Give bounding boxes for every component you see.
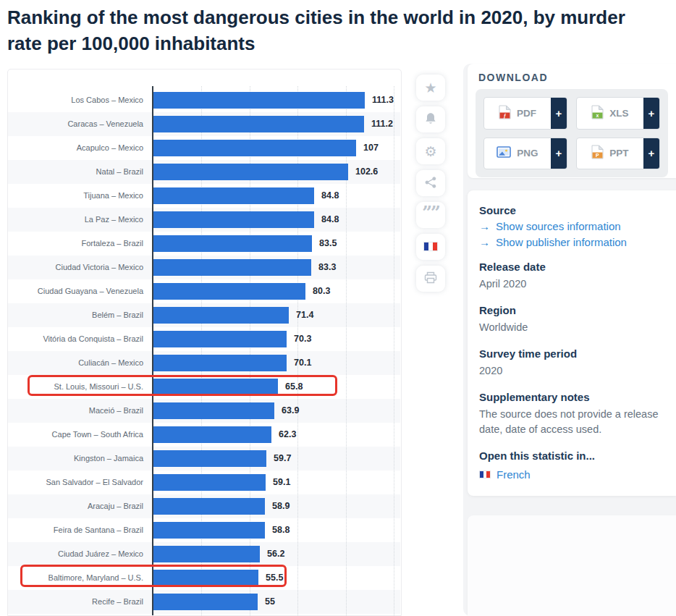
chart-row: Cape Town – South Africa62.3: [8, 423, 400, 447]
chart-bar[interactable]: [153, 570, 258, 586]
chart-row: San Salvador – El Salvador59.1: [8, 471, 400, 494]
chart-row: St. Louis, Missouri – U.S.65.8: [8, 375, 400, 399]
source-link-label: Show sources information: [496, 220, 621, 232]
svg-text:P: P: [596, 153, 599, 158]
chart-bar[interactable]: [153, 522, 265, 539]
chart-bar[interactable]: [153, 92, 365, 109]
bar-track: 80.3: [152, 279, 400, 303]
category-label: Feira de Santana – Brazil: [8, 518, 152, 542]
value-label: 63.9: [282, 399, 299, 423]
download-ppt-button[interactable]: PPPT+: [576, 138, 660, 170]
bar-track: 83.3: [152, 256, 400, 279]
download-buttons: ƒPDF+xXLS+PNG+PPPT+: [476, 89, 668, 177]
print-button[interactable]: [416, 266, 445, 292]
png-image-icon: [497, 146, 511, 160]
chart-bar[interactable]: [153, 140, 356, 156]
bar-track: 59.1: [152, 471, 400, 494]
value-label: 83.3: [318, 256, 336, 279]
chart-bar[interactable]: [153, 283, 305, 300]
source-link-label: Show publisher information: [496, 236, 627, 248]
chart-bar[interactable]: [153, 187, 314, 204]
download-pdf-button[interactable]: ƒPDF+: [483, 97, 567, 130]
chart-bar[interactable]: [153, 331, 287, 347]
chart-bar[interactable]: [153, 402, 274, 419]
chart-bar[interactable]: [153, 116, 364, 132]
bar-track: 58.9: [152, 494, 400, 518]
category-label: Ciudad Victoria – Mexico: [8, 256, 152, 279]
chart-bar[interactable]: [153, 355, 287, 371]
release-date-value: April 2020: [479, 277, 663, 292]
chart-bar[interactable]: [153, 546, 260, 562]
region-value: Worldwide: [479, 320, 663, 335]
xls-file-icon: x: [591, 105, 604, 122]
chart-row: Feira de Santana – Brazil58.8: [8, 518, 400, 542]
chart-row: Ciudad Victoria – Mexico83.3: [8, 256, 400, 279]
french-version-link[interactable]: French: [479, 468, 663, 481]
cite-button[interactable]: ””: [416, 202, 445, 228]
category-label: Vitória da Conquista – Brazil: [8, 327, 152, 351]
add-to-download-plus[interactable]: +: [643, 138, 659, 169]
french-version-button[interactable]: [416, 234, 445, 260]
value-label: 58.9: [272, 494, 290, 518]
add-to-download-plus[interactable]: +: [551, 98, 567, 129]
bar-track: 107: [152, 136, 400, 160]
french-version-label: French: [497, 468, 531, 481]
bar-track: 111.3: [152, 88, 400, 112]
page-title: Ranking of the most dangerous cities in …: [7, 4, 664, 56]
bar-track: 83.5: [152, 232, 400, 256]
chart-bar[interactable]: [153, 307, 289, 324]
bar-track: 84.8: [152, 184, 400, 208]
chart-bar[interactable]: [153, 259, 311, 276]
category-label: Ciudad Juárez – Mexico: [8, 542, 152, 566]
show-sources-link[interactable]: →Show sources information: [479, 220, 663, 232]
show-publisher-link[interactable]: →Show publisher information: [479, 236, 663, 248]
chart-bar[interactable]: [153, 498, 265, 515]
svg-text:x: x: [596, 113, 599, 118]
share-button[interactable]: [416, 170, 445, 196]
category-label: Recife – Brazil: [8, 590, 152, 614]
bar-track: 56.2: [152, 542, 400, 566]
download-png-button[interactable]: PNG+: [483, 138, 567, 170]
supplementary-notes-heading: Supplementary notes: [479, 391, 663, 403]
chart-row: Vitória da Conquista – Brazil70.3: [8, 327, 400, 351]
download-xls-button[interactable]: xXLS+: [576, 97, 660, 130]
value-label: 55: [265, 590, 275, 614]
quote-icon: ””: [422, 209, 439, 221]
notifications-button[interactable]: [416, 106, 445, 132]
value-label: 70.1: [294, 351, 311, 375]
category-label: Belém – Brazil: [8, 303, 152, 327]
chart-row: Ciudad Juárez – Mexico56.2: [8, 542, 400, 566]
chart-bar[interactable]: [153, 426, 271, 443]
value-label: 59.7: [274, 447, 291, 471]
add-to-download-plus[interactable]: +: [551, 138, 567, 169]
chart-bar[interactable]: [153, 235, 312, 252]
settings-button[interactable]: ⚙: [416, 138, 445, 164]
value-label: 62.3: [279, 423, 296, 447]
category-label: San Salvador – El Salvador: [8, 471, 152, 494]
region-heading: Region: [479, 304, 663, 316]
chart-bar[interactable]: [153, 164, 348, 180]
add-to-download-plus[interactable]: +: [643, 98, 659, 129]
bar-track: 65.8: [152, 375, 400, 399]
category-label: Natal – Brazil: [8, 160, 152, 184]
value-label: 56.2: [267, 542, 284, 566]
chart-bar[interactable]: [153, 379, 278, 395]
chart-bar[interactable]: [153, 594, 258, 610]
download-format-label: PNG: [517, 148, 538, 159]
download-format-label: PDF: [517, 108, 536, 119]
statistic-info-panel: Source →Show sources information→Show pu…: [468, 190, 676, 496]
chart-row: Recife – Brazil55: [8, 590, 400, 614]
svg-text:ƒ: ƒ: [503, 113, 506, 119]
chart-row: Maceió – Brazil63.9: [8, 399, 400, 423]
supplementary-notes-value: The source does not provide a release da…: [479, 407, 663, 437]
favorite-button[interactable]: ★: [416, 75, 445, 101]
chart-bar[interactable]: [153, 211, 314, 228]
value-label: 80.3: [313, 279, 330, 303]
chart-bar[interactable]: [153, 450, 266, 467]
value-label: 102.6: [355, 160, 378, 184]
bar-track: 62.3: [152, 423, 400, 447]
survey-period-value: 2020: [479, 363, 663, 379]
chart-bar[interactable]: [153, 474, 266, 491]
chart-row: Ciudad Guayana – Venezuela80.3: [8, 279, 400, 303]
category-label: La Paz – Mexico: [8, 208, 152, 232]
